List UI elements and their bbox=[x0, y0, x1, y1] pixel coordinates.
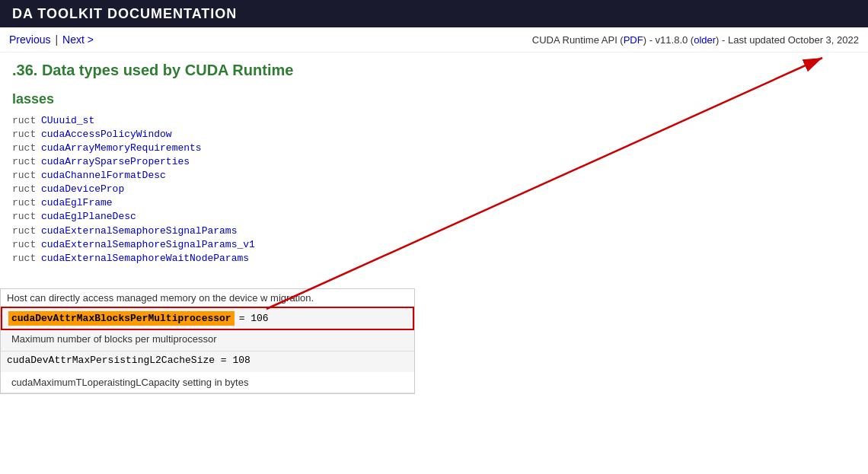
struct-link[interactable]: cudaArrayMemoryRequirements bbox=[41, 142, 202, 154]
struct-item: ruct cudaArraySparseProperties bbox=[12, 156, 856, 167]
struct-item: ruct cudaAccessPolicyWindow bbox=[12, 129, 856, 140]
struct-link[interactable]: cudaExternalSemaphoreSignalParams bbox=[41, 225, 237, 237]
section-name: Data types used by CUDA Runtime bbox=[42, 62, 293, 78]
struct-keyword: ruct bbox=[12, 129, 41, 140]
struct-item: ruct cudaExternalSemaphoreSignalParams_v… bbox=[12, 239, 856, 250]
struct-item: ruct cudaEglFrame bbox=[12, 197, 856, 208]
nav-links: Previous | Next > bbox=[9, 33, 94, 46]
struct-keyword: ruct bbox=[12, 211, 41, 222]
nav-bar: Previous | Next > CUDA Runtime API (PDF)… bbox=[0, 27, 868, 52]
header-bar: DA TOOLKIT DOCUMENTATION bbox=[0, 0, 868, 27]
main-content: .36. Data types used by CUDA Runtime las… bbox=[0, 52, 868, 275]
header-title: DA TOOLKIT DOCUMENTATION bbox=[12, 6, 237, 22]
struct-link[interactable]: cudaEglPlaneDesc bbox=[41, 211, 136, 222]
popup-partial-bottom: cudaMaximumTLoperaistingLCapacity settin… bbox=[1, 372, 414, 393]
struct-keyword: ruct bbox=[12, 253, 41, 264]
version-info: CUDA Runtime API (PDF) - v11.8.0 (older)… bbox=[532, 34, 859, 46]
struct-item: ruct cudaChannelFormatDesc bbox=[12, 170, 856, 181]
struct-link[interactable]: cudaAccessPolicyWindow bbox=[41, 129, 172, 140]
next-link[interactable]: Next > bbox=[62, 33, 94, 46]
previous-link[interactable]: Previous bbox=[9, 33, 50, 46]
struct-item: ruct cudaEglPlaneDesc bbox=[12, 211, 856, 222]
struct-item: ruct CUuuid_st bbox=[12, 115, 856, 126]
struct-list-below: ruct cudaExternalSemaphoreSignalParams r… bbox=[12, 225, 856, 264]
popup-description: Maximum number of blocks per multiproces… bbox=[1, 330, 414, 351]
struct-keyword: ruct bbox=[12, 115, 41, 126]
struct-item: ruct cudaArrayMemoryRequirements bbox=[12, 142, 856, 154]
struct-keyword: ruct bbox=[12, 225, 41, 237]
version-text-prefix: CUDA Runtime API ( bbox=[532, 34, 624, 46]
popup-highlighted-row: cudaDevAttrMaxBlocksPerMultiprocessor = … bbox=[1, 307, 414, 330]
struct-link[interactable]: cudaArraySparseProperties bbox=[41, 156, 190, 167]
struct-link[interactable]: cudaExternalSemaphoreSignalParams_v1 bbox=[41, 239, 255, 250]
struct-keyword: ruct bbox=[12, 142, 41, 154]
pdf-link[interactable]: PDF bbox=[624, 34, 643, 46]
highlighted-term: cudaDevAttrMaxBlocksPerMultiprocessor bbox=[8, 311, 235, 326]
popup-equal-value: = 106 bbox=[239, 313, 269, 324]
section-title: .36. Data types used by CUDA Runtime bbox=[12, 62, 856, 79]
version-end: ) - Last updated October 3, 2022 bbox=[716, 34, 859, 46]
struct-link[interactable]: CUuuid_st bbox=[41, 115, 94, 126]
struct-item: ruct cudaExternalSemaphoreWaitNodeParams bbox=[12, 253, 856, 264]
struct-keyword: ruct bbox=[12, 156, 41, 167]
version-mid: ) - v11.8.0 ( bbox=[643, 34, 694, 46]
struct-keyword: ruct bbox=[12, 170, 41, 181]
struct-item: ruct cudaExternalSemaphoreSignalParams bbox=[12, 225, 856, 237]
popup-partial-top: Host can directly access managed memory … bbox=[1, 289, 414, 307]
struct-item: ruct cudaDeviceProp bbox=[12, 183, 856, 195]
older-link[interactable]: older bbox=[694, 34, 716, 46]
classes-label: lasses bbox=[12, 91, 54, 107]
section-number: .36. bbox=[12, 62, 37, 78]
struct-link[interactable]: cudaExternalSemaphoreWaitNodeParams bbox=[41, 253, 249, 264]
popup-overlay: Host can directly access managed memory … bbox=[0, 288, 415, 394]
struct-link[interactable]: cudaChannelFormatDesc bbox=[41, 170, 166, 181]
classes-heading: lasses bbox=[12, 91, 856, 107]
struct-link[interactable]: cudaEglFrame bbox=[41, 197, 113, 208]
struct-link[interactable]: cudaDeviceProp bbox=[41, 183, 124, 195]
struct-keyword: ruct bbox=[12, 239, 41, 250]
popup-next-row: cudaDevAttrMaxPersistingL2CacheSize = 10… bbox=[1, 351, 414, 372]
struct-keyword: ruct bbox=[12, 183, 41, 195]
struct-keyword: ruct bbox=[12, 197, 41, 208]
struct-list: ruct CUuuid_st ruct cudaAccessPolicyWind… bbox=[12, 115, 856, 222]
nav-separator: | bbox=[55, 33, 58, 46]
